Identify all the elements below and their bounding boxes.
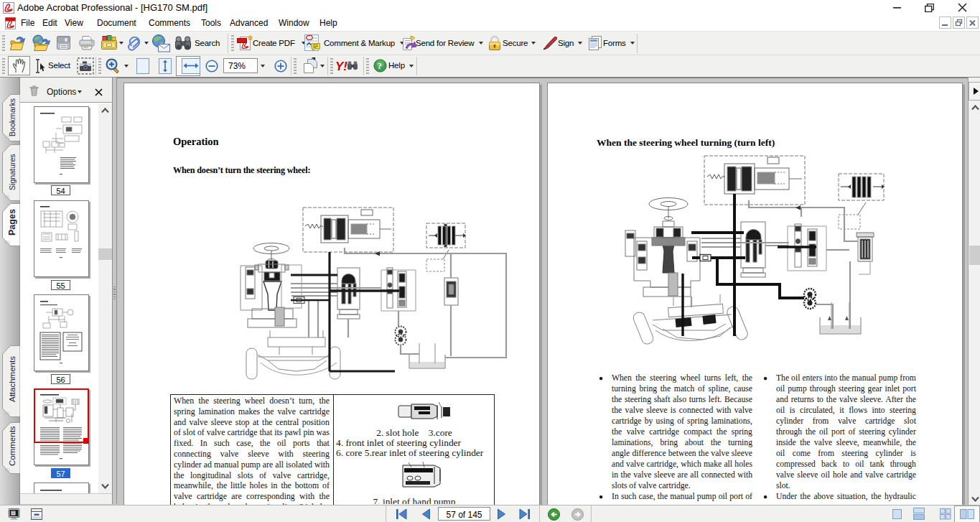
svg-text:Y!: Y! [335,60,347,73]
svg-text:?: ? [378,60,383,71]
